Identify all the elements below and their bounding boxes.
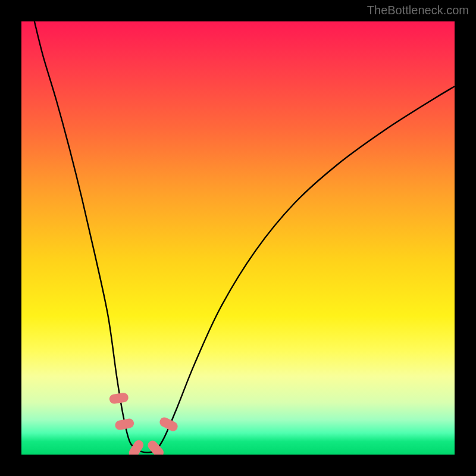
chart-markers <box>109 392 180 455</box>
chart-plot-area <box>21 21 455 455</box>
watermark-text: TheBottleneck.com <box>367 4 469 17</box>
bottleneck-curve <box>35 21 455 452</box>
bottleneck-curve-path <box>35 21 455 452</box>
chart-svg <box>21 21 455 455</box>
segment-left-upper <box>109 392 129 405</box>
segment-left-lower <box>114 418 135 431</box>
segment-right <box>158 416 180 433</box>
